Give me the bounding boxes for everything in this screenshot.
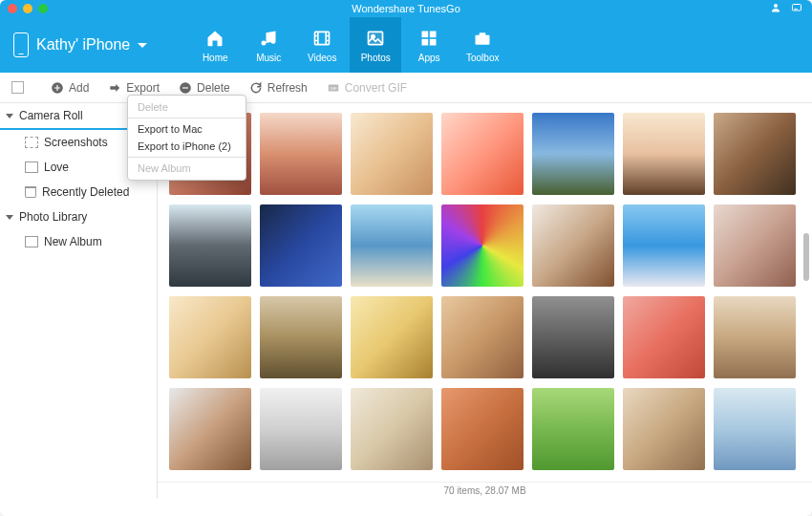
photo-grid [158,103,812,482]
svg-rect-1 [793,5,801,11]
separator [128,118,246,118]
convert-gif-button[interactable]: GIF Convert GIF [327,81,407,95]
app-title: Wondershare TunesGo [352,3,460,14]
svg-rect-8 [430,38,437,45]
chevron-down-icon [138,43,147,48]
photo-thumb[interactable] [714,388,796,470]
photo-thumb[interactable] [169,296,251,378]
photo-thumb[interactable] [441,204,524,287]
context-menu: Delete Export to Mac Export to iPhone (2… [127,95,246,181]
photo-thumb[interactable] [714,204,796,287]
svg-rect-7 [422,38,429,45]
screenshot-icon [25,137,38,148]
close-icon[interactable] [8,4,17,13]
status-bar: 70 items, 28.07 MB [158,482,812,499]
sidebar-item-recently-deleted[interactable]: Recently Deleted [0,180,157,204]
toolbar: Add Export Delete Refresh GIF Convert GI… [0,73,812,103]
album-icon [25,161,38,173]
ctx-new-album: New Album [128,160,246,177]
album-icon [25,236,38,247]
titlebar: Wondershare TunesGo [0,0,812,17]
export-button[interactable]: Export [108,81,160,95]
svg-rect-5 [422,31,429,37]
photo-thumb[interactable] [623,113,705,195]
photo-thumb[interactable] [260,388,342,470]
photos-icon [364,28,387,49]
select-all-checkbox[interactable] [11,81,24,94]
ctx-export-to-mac[interactable]: Export to Mac [128,120,246,138]
photo-thumb[interactable] [532,296,614,378]
svg-text:GIF: GIF [330,85,336,90]
svg-point-0 [774,4,778,8]
photo-thumb[interactable] [623,296,705,378]
ctx-delete: Delete [128,98,246,116]
sidebar-group-photo-library[interactable]: Photo Library [0,204,157,229]
nav-home[interactable]: Home [189,17,241,73]
photo-thumb[interactable] [532,388,614,470]
svg-rect-2 [315,32,330,44]
trash-icon [25,186,36,198]
svg-rect-11 [182,87,188,88]
nav-videos[interactable]: Videos [296,17,348,73]
photo-thumb[interactable] [351,113,433,195]
refresh-button[interactable]: Refresh [249,81,308,95]
nav-photos[interactable]: Photos [350,17,401,73]
chevron-down-icon [6,215,13,220]
home-icon [203,28,226,49]
videos-icon [310,28,333,49]
photo-thumb[interactable] [623,388,705,470]
sidebar-item-new-album[interactable]: New Album [0,229,157,254]
photo-thumb[interactable] [532,204,614,287]
music-icon [257,28,280,49]
user-icon[interactable] [770,2,781,16]
photo-thumb[interactable] [441,113,524,195]
scrollbar-thumb[interactable] [803,233,809,281]
photo-thumb[interactable] [623,204,705,287]
window-controls [8,4,48,13]
maximize-icon[interactable] [38,4,48,13]
photo-thumb[interactable] [441,296,524,378]
message-icon[interactable] [791,2,802,16]
photo-thumb[interactable] [441,388,524,470]
phone-icon [13,32,29,57]
svg-rect-6 [430,31,437,37]
nav-music[interactable]: Music [243,17,294,73]
add-button[interactable]: Add [51,81,89,95]
photo-thumb[interactable] [260,296,342,378]
photo-thumb[interactable] [714,113,796,195]
photo-thumb[interactable] [260,204,342,287]
photo-thumb[interactable] [714,296,796,378]
nav-apps[interactable]: Apps [403,17,455,73]
photo-thumb[interactable] [169,388,251,470]
photo-thumb[interactable] [351,204,433,287]
minimize-icon[interactable] [23,4,32,13]
nav-toolbox[interactable]: Toolbox [457,17,508,73]
device-name: Kathy' iPhone [36,36,130,54]
photo-thumb[interactable] [351,388,433,470]
apps-icon [417,28,440,49]
separator [128,157,246,158]
photo-thumb[interactable] [351,296,433,378]
photo-thumb[interactable] [260,113,342,195]
chevron-down-icon [6,114,13,118]
delete-button[interactable]: Delete [179,81,230,95]
toolbox-icon [471,28,494,49]
photo-thumb[interactable] [169,204,251,287]
header-nav: Kathy' iPhone Home Music Videos Photos [0,17,812,73]
photo-thumb[interactable] [532,113,614,195]
ctx-export-to-iphone[interactable]: Export to iPhone (2) [128,138,246,155]
device-selector[interactable]: Kathy' iPhone [13,32,166,57]
